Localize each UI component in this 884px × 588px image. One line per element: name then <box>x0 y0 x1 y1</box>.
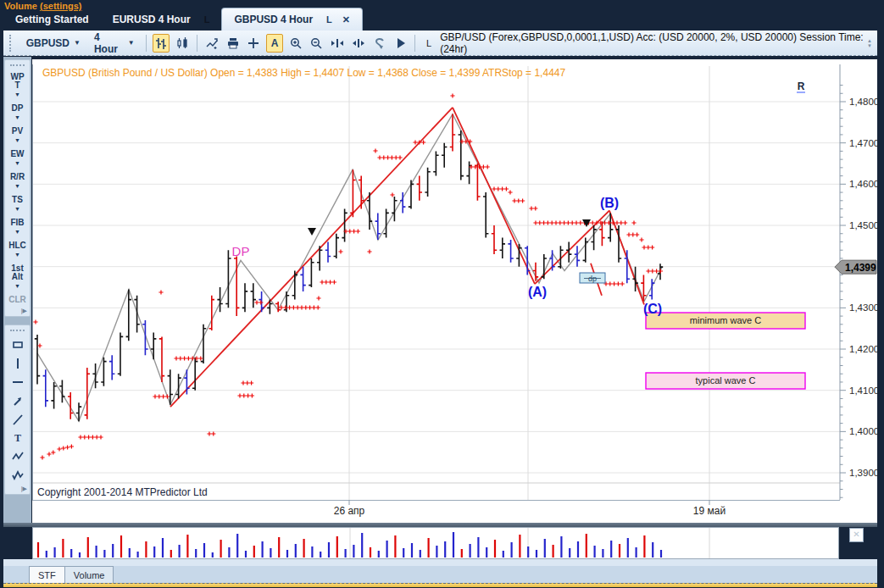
tab-getting-started[interactable]: Getting Started <box>3 8 101 31</box>
mtpredictor-window: Getting Started EURUSD 4 Hour L GBPUSD 4… <box>0 0 884 588</box>
zoom-out-button[interactable] <box>308 34 325 53</box>
expand-horizontal-button[interactable] <box>329 34 347 53</box>
instrument-info-text: GBP/USD (Forex,GBPUSD,0,0001,1,USD) Acc:… <box>440 31 864 55</box>
zoom-in-icon <box>289 36 303 50</box>
zoom-in-button[interactable] <box>286 34 304 53</box>
sidebar-button-fib[interactable]: FIB▼ <box>5 216 30 239</box>
drawing-tool-text[interactable]: T <box>5 429 30 447</box>
chevron-down-icon: ▼ <box>5 159 30 168</box>
svg-text:1,4300: 1,4300 <box>849 302 877 313</box>
gridlines <box>32 66 840 500</box>
svg-text:1,4700: 1,4700 <box>849 138 877 148</box>
tab-stf[interactable]: STF <box>29 566 65 583</box>
tab-label: STF <box>38 570 56 580</box>
svg-text:1,4600: 1,4600 <box>849 179 877 189</box>
svg-text:1,4200: 1,4200 <box>849 344 877 354</box>
sidebar-button-ew[interactable]: EW▼ <box>5 147 30 170</box>
drawing-tool-rectangle[interactable] <box>5 336 30 354</box>
candlestick-button[interactable] <box>173 34 191 53</box>
annotate-button[interactable]: A <box>266 34 284 53</box>
document-tab-bar: Getting Started EURUSD 4 Hour L GBPUSD 4… <box>3 5 877 31</box>
drawing-tool-horizontal-line[interactable] <box>5 373 30 391</box>
undo-button[interactable] <box>370 34 388 53</box>
tab-eurusd-4hour[interactable]: EURUSD 4 Hour L <box>101 8 222 31</box>
toolbar-scroll-spinner[interactable]: ▲▼ <box>867 38 872 48</box>
chart-toolbar: GBPUSD▼ 4 Hour▼ A <box>3 31 877 56</box>
toolbar-grip[interactable] <box>10 330 25 334</box>
drawing-tool-zigzag[interactable] <box>5 447 30 466</box>
drawing-tool-trend-line[interactable] <box>5 410 30 429</box>
bottom-tab-bar: STF Volume <box>3 566 877 583</box>
drawing-tool-arrow[interactable] <box>5 391 30 410</box>
svg-text:1,4399: 1,4399 <box>845 262 876 274</box>
price-axis[interactable]: 1,48001,47001,46001,45001,43001,42001,41… <box>840 64 877 500</box>
tab-volume[interactable]: Volume <box>65 566 114 583</box>
dp-projection-box[interactable]: dp <box>580 273 605 283</box>
tab-label: GBPUSD 4 Hour <box>234 14 313 25</box>
chart-analysis-button[interactable] <box>203 34 221 53</box>
toolbar-overflow-button[interactable]: |▶ <box>5 485 30 494</box>
copyright-text: Copyright 2001-2014 MTPredictor Ltd <box>37 486 208 498</box>
svg-text:minimum wave C: minimum wave C <box>690 315 761 325</box>
sidebar-button-clr[interactable]: CLR <box>5 293 30 307</box>
sidebar-button-ts[interactable]: TS▼ <box>5 193 30 216</box>
timeframe-value: 4 Hour <box>94 31 124 55</box>
svg-text:1,4100: 1,4100 <box>849 386 877 396</box>
date-axis-label: 26 апр <box>334 505 365 517</box>
atr-stop-marks <box>33 93 663 459</box>
symbol-value: GBPUSD <box>26 37 69 49</box>
lower-strip <box>3 559 877 566</box>
volume-panel-header: Volume (settings) <box>4 1 81 11</box>
symbol-select[interactable]: GBPUSD▼ <box>21 36 86 51</box>
sidebar-button-pv[interactable]: PV▼ <box>5 125 30 147</box>
wave-label: (C) <box>643 302 662 316</box>
analysis-toolbar: WPT▼DP▼PV▼EW▼R/R▼TS▼FIB▼HLC▼1stAlt▼CLR|▶ <box>4 59 31 317</box>
svg-text:1,3900: 1,3900 <box>849 468 877 478</box>
sidebar-button-wpt[interactable]: WPT▼ <box>5 70 30 102</box>
print-button[interactable] <box>224 34 242 53</box>
svg-text:T: T <box>14 432 20 444</box>
timeframe-select[interactable]: 4 Hour▼ <box>89 30 140 57</box>
toolbar-grip[interactable] <box>10 64 25 69</box>
compress-horizontal-icon <box>352 36 365 50</box>
typical-wave-c-box[interactable]: typical wave C <box>646 373 805 389</box>
ohlc-bars-button[interactable] <box>153 34 170 53</box>
chevron-down-icon: ▼ <box>5 228 30 236</box>
volume-settings-link[interactable]: (settings) <box>40 1 82 11</box>
sidebar-button-label: HLC <box>8 241 26 250</box>
sidebar-button-rr[interactable]: R/R▼ <box>5 170 30 193</box>
tab-label: EURUSD 4 Hour <box>113 14 191 25</box>
zoom-out-icon <box>309 36 323 50</box>
sidebar-button-dp[interactable]: DP▼ <box>5 102 30 125</box>
tab-gbpusd-4hour[interactable]: GBPUSD 4 Hour L ✕ <box>221 8 363 31</box>
chevron-down-icon: ▼ <box>5 91 30 99</box>
compress-horizontal-button[interactable] <box>349 34 367 53</box>
chart-arrow-icon <box>205 36 219 50</box>
r-report-link[interactable]: R <box>798 80 805 92</box>
toolbar-grip[interactable] <box>9 35 15 52</box>
sell-arrow-icon <box>308 228 316 236</box>
minimum-wave-c-box[interactable]: minimum wave C <box>646 313 805 329</box>
price-chart-panel[interactable]: dpminimum wave Ctypical wave CDP(A)(B)(C… <box>32 59 877 523</box>
wave-label: (A) <box>528 285 547 299</box>
undo-s-arrow-icon <box>372 36 386 50</box>
chevron-down-icon: ▼ <box>5 251 30 259</box>
vertical-line-icon <box>11 357 25 370</box>
arrow-icon <box>11 394 25 408</box>
sidebar-button-label: R/R <box>10 172 25 181</box>
toolbar-overflow-button[interactable]: |▶ <box>5 307 30 316</box>
drawing-tool-vertical-line[interactable] <box>5 354 30 373</box>
play-button[interactable] <box>391 34 409 53</box>
volume-close-checkbox[interactable]: ✕ <box>849 528 864 542</box>
printer-icon <box>226 36 240 50</box>
current-price-tag: 1,4399 <box>835 260 876 274</box>
sidebar-button-hlc[interactable]: HLC▼ <box>5 239 30 262</box>
crosshair-button[interactable] <box>245 34 263 53</box>
drawing-tool-zigzag-alt[interactable] <box>5 466 30 485</box>
sidebar-button-label: DP <box>12 103 24 113</box>
text-icon: T <box>11 431 25 445</box>
sidebar-button-1st-alt[interactable]: 1stAlt▼ <box>5 262 30 293</box>
volume-panel[interactable] <box>32 527 839 559</box>
horizontal-line-icon <box>11 375 25 389</box>
close-tab-icon[interactable]: ✕ <box>342 14 350 25</box>
